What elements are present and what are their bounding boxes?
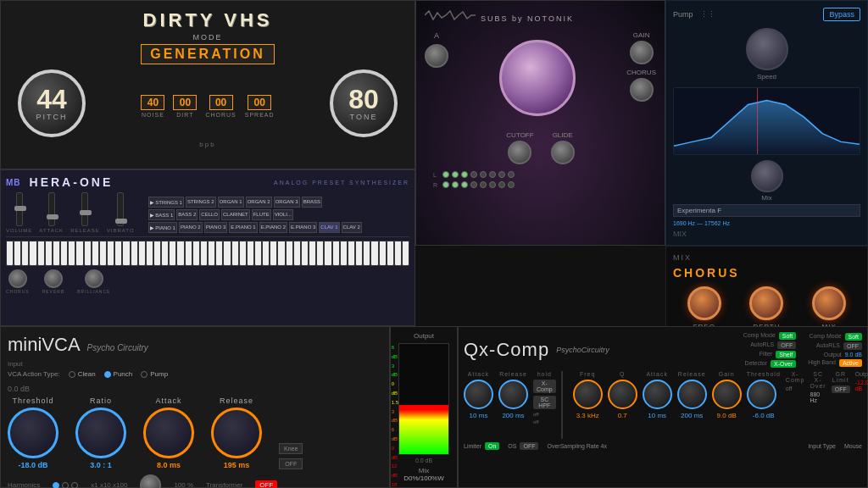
ratio-knob[interactable] xyxy=(75,408,126,458)
white-key[interactable] xyxy=(92,241,99,266)
mix-knob[interactable] xyxy=(751,160,783,192)
white-key[interactable] xyxy=(355,241,363,266)
pitch-knob[interactable]: 44 PITCH xyxy=(18,69,86,137)
filter-value[interactable]: Shelf xyxy=(776,351,796,358)
preset-violin[interactable]: VIOLI... xyxy=(273,209,293,220)
brilliance-knob[interactable]: BRILLIANCE xyxy=(77,269,110,294)
harmonics-x10[interactable] xyxy=(62,482,69,489)
white-key[interactable] xyxy=(153,241,161,266)
comp-mode-value[interactable]: Soft xyxy=(779,332,796,340)
preset-cello[interactable]: CELLO xyxy=(199,209,220,220)
white-key[interactable] xyxy=(370,241,378,266)
knee-value[interactable]: OFF xyxy=(279,458,303,469)
subs-chorus-knob[interactable] xyxy=(630,78,654,102)
qx-attack-knob[interactable] xyxy=(464,380,493,409)
preset-brass[interactable]: BRASS xyxy=(302,197,322,208)
white-key[interactable] xyxy=(114,241,122,266)
white-key[interactable] xyxy=(21,241,29,266)
white-key[interactable] xyxy=(6,241,14,266)
white-key[interactable] xyxy=(231,241,239,266)
white-key[interactable] xyxy=(200,241,208,266)
release-knob[interactable] xyxy=(211,408,262,458)
high-band-value[interactable]: Active xyxy=(839,359,862,367)
qx-threshold-knob[interactable] xyxy=(747,380,776,409)
vibrato-fader[interactable]: VIBRATO xyxy=(107,192,135,233)
white-key[interactable] xyxy=(301,241,309,266)
spread-knob[interactable]: 00 SPREAD xyxy=(245,95,275,118)
white-key[interactable] xyxy=(161,241,169,266)
white-key[interactable] xyxy=(131,241,138,266)
auto-rls-value[interactable]: OFF xyxy=(777,341,796,349)
transformer-off-btn[interactable]: OFF xyxy=(255,480,277,488)
preset-piano3[interactable]: PIANO 3 xyxy=(204,222,228,233)
eq-preset-select[interactable]: Experimenta F xyxy=(673,204,860,217)
white-key[interactable] xyxy=(14,241,21,266)
comp-mode2-value[interactable]: Soft xyxy=(845,333,862,341)
white-key[interactable] xyxy=(247,241,254,266)
preset-bass2[interactable]: BASS 2 xyxy=(176,209,198,220)
preset-clarinet[interactable]: CLARINET xyxy=(221,209,250,220)
white-key[interactable] xyxy=(316,241,324,266)
preset-epiano2[interactable]: E.PIANO 2 xyxy=(259,222,287,233)
preset-epiano3[interactable]: E.PIANO 3 xyxy=(289,222,317,233)
white-key[interactable] xyxy=(122,241,130,266)
white-key[interactable] xyxy=(29,241,36,266)
threshold-knob[interactable] xyxy=(8,408,58,458)
white-key[interactable] xyxy=(107,241,114,266)
white-key[interactable] xyxy=(146,241,153,266)
detector-value[interactable]: X-Over xyxy=(771,360,796,368)
harmonics-x100[interactable] xyxy=(71,482,78,489)
preset-strings1[interactable]: ▶ STRINGS 1 xyxy=(148,197,184,208)
white-key[interactable] xyxy=(277,241,285,266)
qx-attack2-knob[interactable] xyxy=(643,380,672,409)
bypass-button[interactable]: Bypass xyxy=(823,8,860,21)
white-key[interactable] xyxy=(138,241,146,266)
white-key[interactable] xyxy=(270,241,277,266)
preset-piano2[interactable]: PIANO 2 xyxy=(179,222,203,233)
qx-q-knob[interactable] xyxy=(608,380,637,409)
auto-rls2-value[interactable]: OFF xyxy=(843,342,862,350)
vca-option-pump[interactable]: Pump xyxy=(141,370,168,378)
white-key[interactable] xyxy=(387,241,394,266)
depth-knob[interactable] xyxy=(749,286,783,320)
white-key[interactable] xyxy=(208,241,215,266)
white-key[interactable] xyxy=(176,241,184,266)
preset-organ1[interactable]: ORGAN 1 xyxy=(218,197,244,208)
release-fader[interactable]: RELEASE xyxy=(70,192,100,233)
harmonics-knob[interactable] xyxy=(140,474,161,488)
qx-release2-knob[interactable] xyxy=(677,380,707,409)
speed-knob[interactable] xyxy=(746,28,788,70)
subs-gain-knob[interactable] xyxy=(630,41,654,64)
qx-freq-knob[interactable] xyxy=(573,380,603,409)
harmonics-x1[interactable] xyxy=(53,482,59,489)
white-key[interactable] xyxy=(394,241,402,266)
subs-cutoff-knob[interactable] xyxy=(508,141,531,164)
subs-main-knob[interactable] xyxy=(499,40,576,116)
white-key[interactable] xyxy=(60,241,68,266)
white-key[interactable] xyxy=(286,241,293,266)
dirt-knob[interactable]: 00 DIRT xyxy=(173,95,197,118)
white-key[interactable] xyxy=(239,241,247,266)
volume-fader[interactable]: VOLUME xyxy=(6,192,32,233)
freq-knob[interactable] xyxy=(687,286,721,320)
qx-gain-knob[interactable] xyxy=(712,380,742,409)
chorus-mix-knob[interactable] xyxy=(812,286,846,320)
noise-knob[interactable]: 40 NOISE xyxy=(141,95,164,118)
white-key[interactable] xyxy=(332,241,340,266)
white-key[interactable] xyxy=(185,241,192,266)
preset-epiano1[interactable]: E.PIANO 1 xyxy=(229,222,257,233)
sc-hpf-btn[interactable]: SC HPF xyxy=(533,396,556,409)
os-btn[interactable]: OFF xyxy=(520,442,538,450)
reverb-knob[interactable]: REVERB xyxy=(42,269,65,294)
white-key[interactable] xyxy=(99,241,107,266)
preset-organ3[interactable]: ORGAN 3 xyxy=(274,197,300,208)
preset-clav2[interactable]: CLAV 2 xyxy=(342,222,362,233)
white-key[interactable] xyxy=(379,241,387,266)
white-key[interactable] xyxy=(53,241,60,266)
white-key[interactable] xyxy=(215,241,223,266)
white-key[interactable] xyxy=(262,241,270,266)
white-key[interactable] xyxy=(309,241,316,266)
subs-glide-knob[interactable] xyxy=(551,141,575,164)
white-key[interactable] xyxy=(75,241,83,266)
white-key[interactable] xyxy=(223,241,231,266)
